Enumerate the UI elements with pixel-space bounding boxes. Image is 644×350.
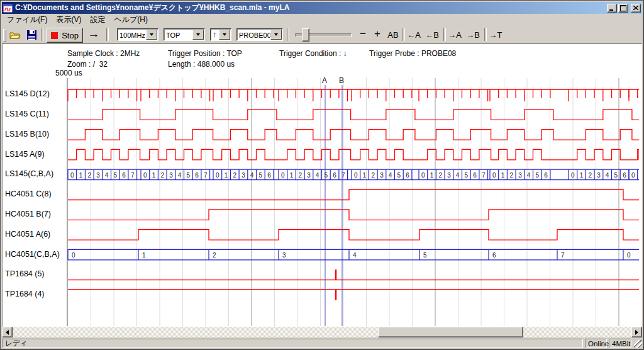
save-button[interactable] — [25, 28, 38, 41]
zoom-ab-button[interactable]: AB — [385, 28, 401, 42]
trigger-position-combo[interactable]: TOP — [164, 28, 205, 41]
svg-text:7: 7 — [131, 172, 135, 179]
svg-text:5: 5 — [397, 172, 401, 179]
svg-text:4: 4 — [389, 172, 392, 179]
svg-text:4: 4 — [316, 172, 319, 179]
combo-dropdown-button[interactable] — [192, 30, 204, 40]
svg-text:1: 1 — [142, 252, 146, 259]
svg-text:2: 2 — [509, 172, 513, 179]
svg-text:2: 2 — [298, 172, 302, 179]
scroll-right-button[interactable] — [631, 327, 642, 337]
scrollbar-thumb[interactable] — [378, 327, 523, 337]
arrow-left-icon — [6, 330, 9, 335]
run-arrow-icon: → — [88, 27, 100, 41]
toolbar-separator — [106, 28, 109, 41]
svg-text:6: 6 — [267, 172, 271, 179]
status-message-panel: レディ — [2, 339, 583, 348]
svg-text:1: 1 — [430, 172, 434, 179]
svg-text:6: 6 — [544, 172, 548, 179]
channel-label: LS145 A(9) — [5, 150, 45, 159]
channel-label: HC4051(C,B,A) — [5, 250, 60, 259]
svg-text:0: 0 — [571, 172, 575, 179]
scroll-left-button[interactable] — [2, 327, 13, 337]
channel-label: HC4051 B(7) — [5, 210, 51, 218]
svg-text:4: 4 — [527, 172, 531, 179]
svg-text:6: 6 — [406, 172, 409, 179]
chevron-down-icon — [274, 33, 278, 36]
svg-text:1: 1 — [501, 172, 505, 179]
arrow-right-icon — [635, 330, 638, 335]
svg-text:5: 5 — [259, 172, 263, 179]
svg-text:0: 0 — [421, 172, 425, 179]
svg-text:0: 0 — [627, 252, 631, 259]
channel-label: TP1684 (5) — [5, 269, 45, 278]
channel-label: TP1684 (4) — [5, 290, 45, 298]
svg-text:5: 5 — [614, 172, 618, 179]
zoom-in-button[interactable]: + — [370, 27, 384, 41]
combo-dropdown-button[interactable] — [219, 30, 230, 40]
horizontal-scrollbar[interactable] — [2, 327, 642, 337]
svg-text:2: 2 — [87, 172, 91, 179]
stop-button[interactable]: Stop — [47, 28, 83, 43]
length-info: Length : 488.000 us — [168, 60, 235, 69]
trigger-condition-info: Trigger Condition : ↓ — [279, 49, 347, 58]
svg-text:5: 5 — [187, 172, 191, 179]
toolbar-grip[interactable] — [3, 29, 6, 42]
svg-text:3: 3 — [96, 172, 100, 179]
toolbar-separator — [41, 28, 43, 41]
svg-text:1: 1 — [79, 172, 83, 179]
sample-clock-combo[interactable]: 100MHz — [117, 28, 158, 41]
svg-text:2: 2 — [371, 172, 375, 179]
channel-label: HC4051 C(8) — [5, 189, 52, 198]
trigger-edge-combo[interactable]: ↑ — [210, 28, 231, 41]
chevron-down-icon — [150, 33, 153, 36]
svg-text:6: 6 — [333, 172, 336, 179]
status-bar: レディ Online 4MBit — [2, 339, 642, 348]
svg-text:0: 0 — [492, 172, 496, 179]
save-floppy-icon — [27, 30, 36, 40]
stop-label: Stop — [62, 31, 79, 40]
trigger-probe-info: Trigger Probe : PROBE08 — [369, 49, 456, 58]
goto-t-button[interactable]: →T — [487, 28, 504, 42]
svg-text:0: 0 — [216, 172, 219, 179]
svg-text:6: 6 — [492, 252, 496, 259]
svg-text:5: 5 — [423, 252, 427, 259]
goto-a-left-button[interactable]: ←A — [405, 28, 423, 42]
zoom-slider-handle[interactable] — [302, 28, 309, 42]
chevron-down-icon — [223, 33, 226, 36]
svg-text:0: 0 — [70, 172, 74, 179]
svg-text:1: 1 — [580, 172, 584, 179]
svg-text:1: 1 — [640, 172, 644, 179]
svg-text:7: 7 — [482, 172, 486, 179]
channel-label: HC4051 A(6) — [5, 230, 50, 239]
svg-text:3: 3 — [447, 172, 451, 179]
svg-text:4: 4 — [250, 172, 254, 179]
open-button[interactable] — [8, 28, 22, 41]
status-online-panel: Online — [585, 339, 607, 348]
channel-label: LS145 D(12) — [5, 89, 50, 98]
combo-dropdown-button[interactable] — [146, 30, 157, 40]
goto-b-left-button[interactable]: ←B — [423, 28, 441, 42]
status-memory-text: 4MBit — [612, 340, 630, 347]
channel-label: LS145(C,B,A) — [5, 169, 53, 178]
svg-text:6: 6 — [195, 172, 199, 179]
goto-b-right-button[interactable]: →B — [464, 28, 482, 42]
combo-dropdown-button[interactable] — [270, 30, 282, 40]
svg-text:2: 2 — [588, 172, 592, 179]
svg-text:4: 4 — [456, 172, 460, 179]
channel-label: LS145 B(10) — [5, 130, 49, 138]
zoom-out-button[interactable]: − — [356, 27, 370, 41]
svg-text:1: 1 — [152, 172, 156, 179]
channel-label: LS145 C(11) — [5, 110, 49, 118]
svg-text:1: 1 — [290, 172, 294, 179]
svg-text:2: 2 — [438, 172, 442, 179]
run-button[interactable]: → — [86, 27, 102, 41]
svg-text:3: 3 — [380, 172, 384, 179]
goto-a-right-button[interactable]: →A — [446, 28, 464, 42]
status-online-text: Online — [588, 340, 609, 347]
trigger-probe-combo[interactable]: PROBE00 — [236, 28, 283, 41]
zoom-info: Zoom : / 32 — [67, 60, 108, 69]
resize-grip[interactable] — [634, 340, 642, 348]
toolbar: Stop → 100MHzTOP↑PROBE00 − + AB ←A ←B →A… — [2, 26, 642, 43]
stop-icon — [51, 32, 58, 39]
